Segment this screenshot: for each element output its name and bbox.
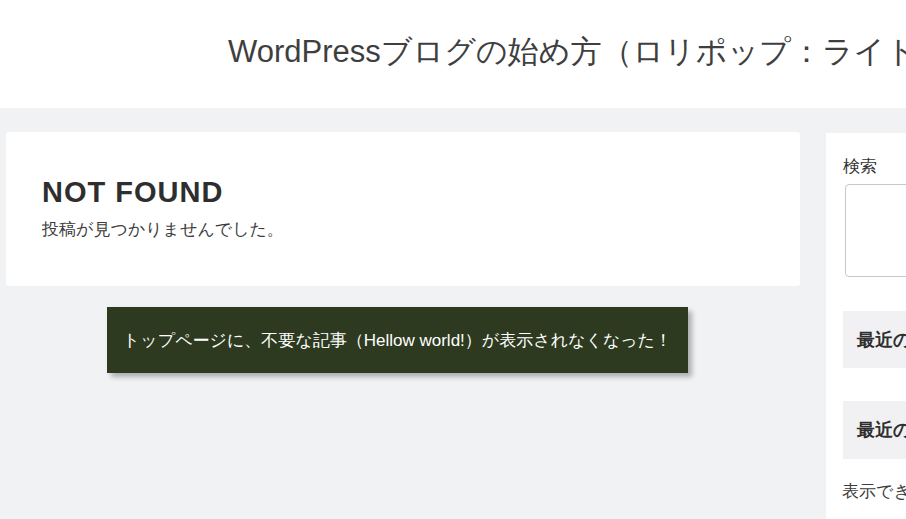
no-comments-text: 表示でき [842, 480, 906, 503]
not-found-card: NOT FOUND 投稿が見つかりませんでした。 [6, 132, 800, 286]
annotation-callout: トップページに、不要な記事（Hellow world!）が表示されなくなった！ [107, 307, 688, 373]
site-title: WordPressブログの始め方（ロリポップ：ライトプラ [228, 36, 906, 68]
widget-header-recent-posts: 最近の [843, 311, 906, 368]
page: WordPressブログの始め方（ロリポップ：ライトプラ NOT FOUND 投… [0, 0, 906, 519]
widget-title-recent-posts: 最近の [843, 328, 906, 352]
search-input[interactable] [845, 184, 906, 277]
not-found-heading: NOT FOUND [42, 176, 223, 209]
not-found-message: 投稿が見つかりませんでした。 [42, 218, 284, 241]
site-header: WordPressブログの始め方（ロリポップ：ライトプラ [0, 0, 906, 108]
search-label: 検索 [843, 155, 877, 178]
sidebar: 検索 最近の 最近の 表示でき [826, 133, 906, 519]
widget-title-recent-comments: 最近の [843, 418, 906, 442]
widget-header-recent-comments: 最近の [843, 401, 906, 459]
annotation-callout-text: トップページに、不要な記事（Hellow world!）が表示されなくなった！ [123, 329, 672, 352]
